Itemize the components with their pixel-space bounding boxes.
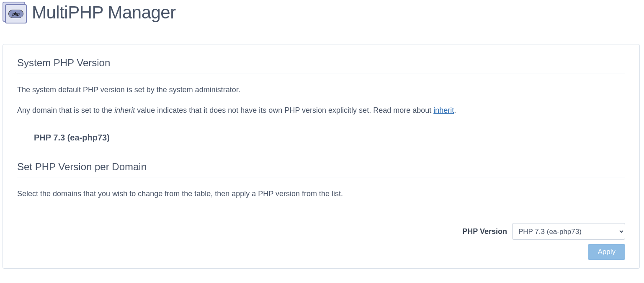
php-version-controls: PHP Version PHP 7.3 (ea-php73) Apply — [17, 223, 625, 260]
current-php-version: PHP 7.3 (ea-php73) — [34, 133, 625, 143]
main-panel: System PHP Version The system default PH… — [3, 44, 640, 269]
per-domain-instructions: Select the domains that you wish to chan… — [17, 188, 625, 200]
multiphp-icon: php — [3, 2, 27, 23]
apply-button[interactable]: Apply — [588, 244, 625, 260]
php-version-select[interactable]: PHP 7.3 (ea-php73) — [512, 223, 625, 240]
system-php-description-1: The system default PHP version is set by… — [17, 84, 625, 96]
per-domain-heading: Set PHP Version per Domain — [17, 161, 625, 177]
system-php-description-2: Any domain that is set to the inherit va… — [17, 105, 625, 116]
para2-post: . — [454, 106, 456, 114]
php-badge-icon: php — [8, 10, 23, 18]
para2-mid: value indicates that it does not have it… — [135, 106, 433, 114]
para2-pre: Any domain that is set to the — [17, 106, 114, 114]
php-version-row: PHP Version PHP 7.3 (ea-php73) — [462, 223, 625, 240]
inherit-link[interactable]: inherit — [433, 106, 454, 114]
page-header: php MultiPHP Manager — [0, 0, 644, 27]
system-php-heading: System PHP Version — [17, 57, 625, 73]
inherit-em: inherit — [114, 106, 135, 114]
page-title: MultiPHP Manager — [32, 3, 176, 23]
php-version-label: PHP Version — [462, 227, 507, 236]
